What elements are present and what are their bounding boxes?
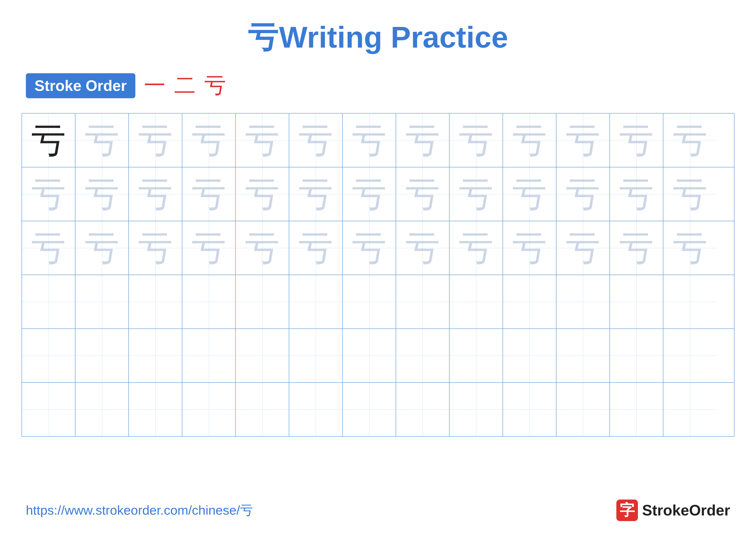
grid-cell[interactable]: 亏 xyxy=(182,114,236,167)
grid-row-1: 亏亏亏亏亏亏亏亏亏亏亏亏亏 xyxy=(22,167,734,221)
grid-cell[interactable]: 亏 xyxy=(449,221,503,275)
stroke-step-2: 二 xyxy=(174,71,196,100)
grid-cell[interactable] xyxy=(182,329,236,382)
grid-cell[interactable] xyxy=(503,383,556,436)
grid-cell[interactable]: 亏 xyxy=(663,221,717,275)
grid-cell[interactable] xyxy=(503,275,556,328)
grid-cell[interactable] xyxy=(343,383,396,436)
grid-cell[interactable] xyxy=(236,275,289,328)
footer-logo: 字 StrokeOrder xyxy=(616,499,730,521)
grid-cell[interactable]: 亏 xyxy=(75,167,129,221)
grid-cell[interactable] xyxy=(75,383,129,436)
grid-cell[interactable] xyxy=(610,383,663,436)
grid-cell[interactable]: 亏 xyxy=(236,167,289,221)
grid-cell[interactable] xyxy=(236,329,289,382)
stroke-step-1: 一 xyxy=(144,71,166,100)
grid-cell[interactable]: 亏 xyxy=(289,221,343,275)
grid-cell[interactable] xyxy=(182,383,236,436)
grid-cell[interactable]: 亏 xyxy=(129,221,182,275)
grid-cell[interactable]: 亏 xyxy=(129,167,182,221)
cell-character: 亏 xyxy=(298,177,333,211)
grid-cell[interactable]: 亏 xyxy=(182,221,236,275)
grid-cell[interactable]: 亏 xyxy=(449,167,503,221)
grid-cell[interactable]: 亏 xyxy=(22,221,75,275)
cell-character: 亏 xyxy=(245,177,280,211)
cell-character: 亏 xyxy=(31,177,66,211)
cell-character: 亏 xyxy=(459,231,493,265)
grid-cell[interactable]: 亏 xyxy=(289,114,343,167)
cell-character: 亏 xyxy=(512,231,547,265)
footer-url: https://www.strokeorder.com/chinese/亏 xyxy=(26,502,253,519)
cell-character: 亏 xyxy=(85,123,119,158)
grid-cell[interactable] xyxy=(396,275,449,328)
grid-cell[interactable] xyxy=(449,275,503,328)
grid-cell[interactable] xyxy=(449,329,503,382)
grid-cell[interactable] xyxy=(663,275,717,328)
grid-cell[interactable] xyxy=(75,275,129,328)
cell-character: 亏 xyxy=(405,123,440,158)
grid-cell[interactable] xyxy=(289,383,343,436)
grid-cell[interactable]: 亏 xyxy=(556,221,610,275)
grid-cell[interactable] xyxy=(343,275,396,328)
grid-cell[interactable] xyxy=(503,329,556,382)
grid-cell[interactable] xyxy=(396,329,449,382)
grid-cell[interactable]: 亏 xyxy=(610,167,663,221)
grid-cell[interactable]: 亏 xyxy=(129,114,182,167)
grid-cell[interactable]: 亏 xyxy=(22,167,75,221)
grid-cell[interactable] xyxy=(22,275,75,328)
grid-cell[interactable] xyxy=(663,329,717,382)
grid-cell[interactable]: 亏 xyxy=(610,114,663,167)
grid-cell[interactable] xyxy=(556,275,610,328)
cell-character: 亏 xyxy=(405,231,440,265)
grid-cell[interactable]: 亏 xyxy=(556,114,610,167)
grid-cell[interactable] xyxy=(396,383,449,436)
grid-cell[interactable]: 亏 xyxy=(289,167,343,221)
cell-character: 亏 xyxy=(245,123,280,158)
cell-character: 亏 xyxy=(512,177,547,211)
cell-character: 亏 xyxy=(138,177,173,211)
grid-cell[interactable] xyxy=(610,275,663,328)
grid-cell[interactable] xyxy=(663,383,717,436)
grid-cell[interactable]: 亏 xyxy=(75,114,129,167)
grid-cell[interactable]: 亏 xyxy=(396,114,449,167)
grid-cell[interactable] xyxy=(449,383,503,436)
grid-cell[interactable]: 亏 xyxy=(503,114,556,167)
grid-cell[interactable]: 亏 xyxy=(22,114,75,167)
grid-cell[interactable] xyxy=(182,275,236,328)
grid-cell[interactable]: 亏 xyxy=(503,167,556,221)
grid-cell[interactable] xyxy=(556,383,610,436)
grid-cell[interactable] xyxy=(22,329,75,382)
grid-cell[interactable] xyxy=(289,275,343,328)
cell-character: 亏 xyxy=(85,231,119,265)
grid-cell[interactable] xyxy=(343,329,396,382)
grid-cell[interactable]: 亏 xyxy=(343,221,396,275)
cell-character: 亏 xyxy=(298,231,333,265)
grid-cell[interactable]: 亏 xyxy=(556,167,610,221)
grid-cell[interactable]: 亏 xyxy=(449,114,503,167)
grid-cell[interactable]: 亏 xyxy=(396,221,449,275)
grid-cell[interactable] xyxy=(129,275,182,328)
grid-cell[interactable] xyxy=(75,329,129,382)
grid-cell[interactable] xyxy=(289,329,343,382)
cell-character: 亏 xyxy=(673,231,707,265)
grid-cell[interactable]: 亏 xyxy=(343,167,396,221)
grid-cell[interactable]: 亏 xyxy=(503,221,556,275)
grid-cell[interactable]: 亏 xyxy=(663,114,717,167)
cell-character: 亏 xyxy=(673,123,707,158)
grid-cell[interactable]: 亏 xyxy=(236,114,289,167)
grid-cell[interactable]: 亏 xyxy=(75,221,129,275)
stroke-order-badge: Stroke Order xyxy=(26,73,135,98)
cell-character: 亏 xyxy=(298,123,333,158)
grid-cell[interactable] xyxy=(610,329,663,382)
grid-cell[interactable]: 亏 xyxy=(663,167,717,221)
grid-cell[interactable]: 亏 xyxy=(396,167,449,221)
grid-cell[interactable]: 亏 xyxy=(182,167,236,221)
grid-cell[interactable]: 亏 xyxy=(343,114,396,167)
grid-cell[interactable] xyxy=(129,383,182,436)
grid-cell[interactable]: 亏 xyxy=(236,221,289,275)
grid-cell[interactable] xyxy=(236,383,289,436)
grid-cell[interactable]: 亏 xyxy=(610,221,663,275)
grid-cell[interactable] xyxy=(129,329,182,382)
grid-cell[interactable] xyxy=(556,329,610,382)
grid-cell[interactable] xyxy=(22,383,75,436)
